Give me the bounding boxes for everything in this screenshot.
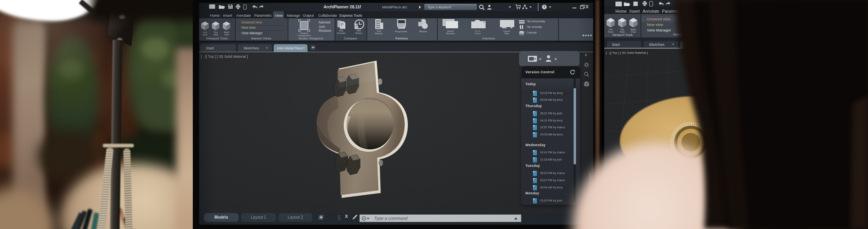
svg-text:x: x: [483, 21, 485, 23]
svg-text:?: ?: [543, 5, 545, 9]
